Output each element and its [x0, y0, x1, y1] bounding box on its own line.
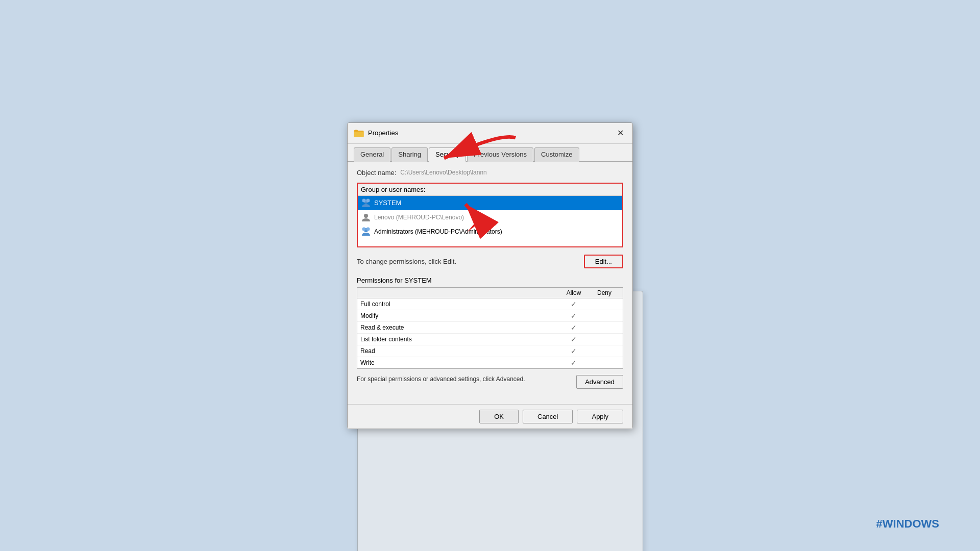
apply-button[interactable]: Apply — [577, 410, 623, 423]
svg-point-2 — [366, 198, 370, 202]
user-name-administrators: Administrators (MEHROUD-PC\Administrator… — [374, 228, 502, 235]
tab-security[interactable]: Security — [429, 147, 466, 162]
user-item-system[interactable]: SYSTEM — [358, 196, 622, 210]
object-name-label: Object name: — [357, 169, 396, 177]
windows-hashtag: #WINDOWS — [876, 517, 939, 531]
cancel-button[interactable]: Cancel — [523, 410, 573, 423]
tab-general[interactable]: General — [354, 147, 390, 162]
permissions-label: Permissions for SYSTEM — [357, 277, 623, 284]
ok-button[interactable]: OK — [479, 410, 519, 423]
perm-allow-readexecute: ✓ — [558, 323, 589, 332]
object-name-row: Object name: C:\Users\Lenovo\Desktop\lan… — [357, 169, 623, 177]
title-bar-left: Properties — [354, 129, 398, 137]
special-permissions-row: For special permissions or advanced sett… — [357, 375, 623, 389]
svg-point-5 — [362, 227, 366, 231]
perm-header-name — [360, 289, 558, 296]
user-icon-lenovo — [361, 212, 371, 222]
bottom-buttons: OK Cancel Apply — [348, 404, 632, 429]
perm-row-write: Write ✓ — [357, 357, 623, 368]
user-list: SYSTEM Lenovo (MEHROUD-PC\Lenovo) — [358, 195, 622, 246]
user-icon-administrators — [361, 227, 371, 237]
title-bar: Properties ✕ — [348, 123, 632, 144]
object-name-value: C:\Users\Lenovo\Desktop\lannn — [400, 169, 486, 176]
perm-name-modify: Modify — [360, 312, 558, 319]
user-name-system: SYSTEM — [374, 199, 401, 207]
close-button[interactable]: ✕ — [614, 127, 626, 139]
perm-allow-listfolder: ✓ — [558, 335, 589, 343]
perm-row-listfolder: List folder contents ✓ — [357, 334, 623, 345]
tab-sharing[interactable]: Sharing — [391, 147, 428, 162]
perm-name-fullcontrol: Full control — [360, 300, 558, 308]
perm-row-modify: Modify ✓ — [357, 310, 623, 322]
edit-button[interactable]: Edit... — [584, 255, 623, 268]
user-item-administrators[interactable]: Administrators (MEHROUD-PC\Administrator… — [358, 224, 622, 239]
perm-row-fullcontrol: Full control ✓ — [357, 298, 623, 310]
perm-allow-fullcontrol: ✓ — [558, 300, 589, 308]
perm-allow-read: ✓ — [558, 347, 589, 355]
svg-point-1 — [362, 198, 366, 202]
perm-name-listfolder: List folder contents — [360, 336, 558, 343]
dialog-title: Properties — [368, 129, 398, 137]
permissions-rows: Full control ✓ Modify ✓ Read & execute ✓… — [357, 298, 623, 368]
group-label: Group or user names: — [358, 184, 622, 195]
perm-header-allow: Allow — [558, 289, 589, 296]
change-permissions-row: To change permissions, click Edit. Edit.… — [357, 253, 623, 270]
advanced-button[interactable]: Advanced — [576, 375, 623, 389]
perm-name-read: Read — [360, 347, 558, 355]
perm-row-readexecute: Read & execute ✓ — [357, 322, 623, 334]
perm-allow-modify: ✓ — [558, 312, 589, 320]
svg-point-3 — [364, 214, 368, 218]
tab-bar: General Sharing Security Previous Versio… — [348, 144, 632, 162]
user-name-lenovo: Lenovo (MEHROUD-PC\Lenovo) — [374, 214, 464, 221]
group-section: Group or user names: SYSTEM — [357, 183, 623, 247]
security-tab-content: Object name: C:\Users\Lenovo\Desktop\lan… — [348, 162, 632, 404]
folder-icon — [354, 129, 364, 137]
permissions-table: Allow Deny Full control ✓ Modify ✓ Read … — [357, 287, 623, 369]
special-permissions-text: For special permissions or advanced sett… — [357, 375, 571, 384]
tab-customize[interactable]: Customize — [534, 147, 579, 162]
perm-name-readexecute: Read & execute — [360, 324, 558, 331]
change-permissions-text: To change permissions, click Edit. — [357, 258, 456, 265]
user-icon-system — [361, 198, 371, 208]
user-item-lenovo[interactable]: Lenovo (MEHROUD-PC\Lenovo) — [358, 210, 622, 224]
perm-header-deny: Deny — [589, 289, 620, 296]
properties-dialog: Properties ✕ General Sharing Security Pr… — [347, 122, 633, 429]
perm-allow-write: ✓ — [558, 359, 589, 367]
svg-point-6 — [366, 227, 370, 231]
perm-row-read: Read ✓ — [357, 345, 623, 357]
perm-name-write: Write — [360, 359, 558, 366]
permissions-header: Allow Deny — [357, 288, 623, 298]
tab-previous-versions[interactable]: Previous Versions — [467, 147, 533, 162]
